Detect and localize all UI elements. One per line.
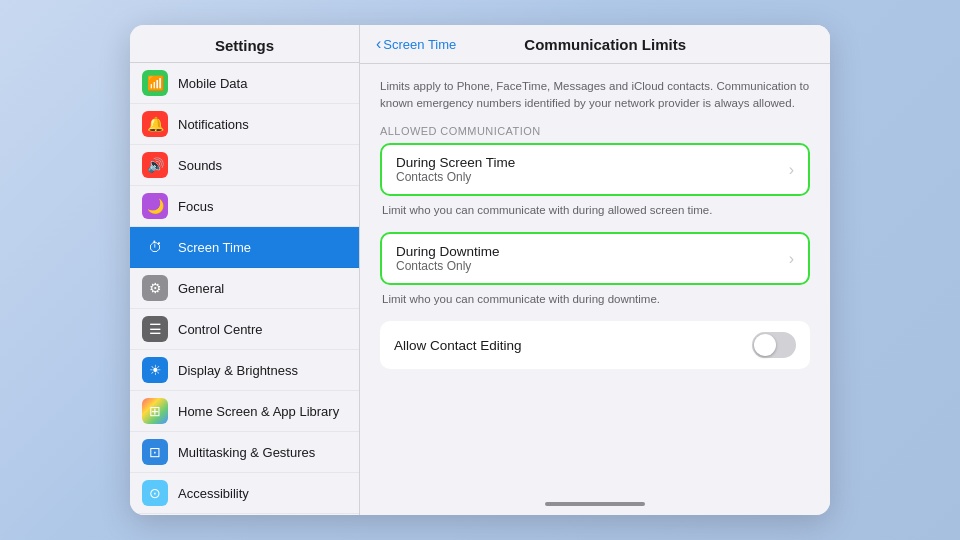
sidebar-item-wallpaper[interactable]: ✿Wallpaper — [130, 514, 359, 515]
during-screen-time-subtitle: Contacts Only — [396, 170, 789, 184]
accessibility-icon: ⊙ — [142, 480, 168, 506]
during-downtime-text: During Downtime Contacts Only — [396, 244, 789, 273]
settings-window: Settings 📶Mobile Data🔔Notifications🔊Soun… — [130, 25, 830, 515]
sounds-icon: 🔊 — [142, 152, 168, 178]
page-title: Communication Limits — [456, 36, 754, 53]
main-header: ‹ Screen Time Communication Limits — [360, 25, 830, 64]
during-screen-time-row: During Screen Time Contacts Only › — [382, 145, 808, 194]
notifications-label: Notifications — [178, 117, 249, 132]
sounds-label: Sounds — [178, 158, 222, 173]
general-icon: ⚙ — [142, 275, 168, 301]
sidebar: Settings 📶Mobile Data🔔Notifications🔊Soun… — [130, 25, 360, 515]
screen-time-label: Screen Time — [178, 240, 251, 255]
main-content: ‹ Screen Time Communication Limits Limit… — [360, 25, 830, 515]
back-label: Screen Time — [383, 37, 456, 52]
during-screen-time-text: During Screen Time Contacts Only — [396, 155, 789, 184]
control-centre-icon: ☰ — [142, 316, 168, 342]
toggle-knob — [754, 334, 776, 356]
chevron-right-icon: › — [789, 161, 794, 179]
during-downtime-row: During Downtime Contacts Only › — [382, 234, 808, 283]
sidebar-title: Settings — [130, 25, 359, 63]
display-brightness-label: Display & Brightness — [178, 363, 298, 378]
display-brightness-icon: ☀ — [142, 357, 168, 383]
sidebar-item-notifications[interactable]: 🔔Notifications — [130, 104, 359, 145]
description-text: Limits apply to Phone, FaceTime, Message… — [380, 78, 810, 111]
sidebar-item-mobile-data[interactable]: 📶Mobile Data — [130, 63, 359, 104]
control-centre-label: Control Centre — [178, 322, 263, 337]
allow-contact-editing-toggle[interactable] — [752, 332, 796, 358]
sidebar-item-general[interactable]: ⚙General — [130, 268, 359, 309]
sidebar-item-accessibility[interactable]: ⊙Accessibility — [130, 473, 359, 514]
during-downtime-card[interactable]: During Downtime Contacts Only › — [380, 232, 810, 285]
sidebar-item-home-screen[interactable]: ⊞Home Screen & App Library — [130, 391, 359, 432]
allow-contact-editing-label: Allow Contact Editing — [394, 338, 752, 353]
chevron-right-icon-2: › — [789, 250, 794, 268]
screen-time-hint: Limit who you can communicate with durin… — [380, 202, 810, 218]
sidebar-item-control-centre[interactable]: ☰Control Centre — [130, 309, 359, 350]
screen-time-icon: ⏱ — [142, 234, 168, 260]
back-button[interactable]: ‹ Screen Time — [376, 35, 456, 53]
main-body: Limits apply to Phone, FaceTime, Message… — [360, 64, 830, 497]
sidebar-list: 📶Mobile Data🔔Notifications🔊Sounds🌙Focus⏱… — [130, 63, 359, 515]
focus-icon: 🌙 — [142, 193, 168, 219]
home-screen-icon: ⊞ — [142, 398, 168, 424]
during-downtime-title: During Downtime — [396, 244, 789, 259]
allow-contact-editing-card: Allow Contact Editing — [380, 321, 810, 369]
downtime-hint: Limit who you can communicate with durin… — [380, 291, 810, 307]
sidebar-item-sounds[interactable]: 🔊Sounds — [130, 145, 359, 186]
multitasking-icon: ⊡ — [142, 439, 168, 465]
sidebar-item-display-brightness[interactable]: ☀Display & Brightness — [130, 350, 359, 391]
home-screen-label: Home Screen & App Library — [178, 404, 339, 419]
accessibility-label: Accessibility — [178, 486, 249, 501]
allow-contact-editing-row: Allow Contact Editing — [380, 321, 810, 369]
during-downtime-subtitle: Contacts Only — [396, 259, 789, 273]
sidebar-item-focus[interactable]: 🌙Focus — [130, 186, 359, 227]
general-label: General — [178, 281, 224, 296]
section-label: ALLOWED COMMUNICATION — [380, 125, 810, 137]
mobile-data-label: Mobile Data — [178, 76, 247, 91]
during-screen-time-title: During Screen Time — [396, 155, 789, 170]
back-chevron-icon: ‹ — [376, 35, 381, 53]
during-screen-time-card[interactable]: During Screen Time Contacts Only › — [380, 143, 810, 196]
home-indicator — [545, 502, 645, 506]
bottom-bar — [360, 497, 830, 515]
notifications-icon: 🔔 — [142, 111, 168, 137]
sidebar-item-screen-time[interactable]: ⏱Screen Time — [130, 227, 359, 268]
sidebar-item-multitasking[interactable]: ⊡Multitasking & Gestures — [130, 432, 359, 473]
focus-label: Focus — [178, 199, 213, 214]
mobile-data-icon: 📶 — [142, 70, 168, 96]
multitasking-label: Multitasking & Gestures — [178, 445, 315, 460]
